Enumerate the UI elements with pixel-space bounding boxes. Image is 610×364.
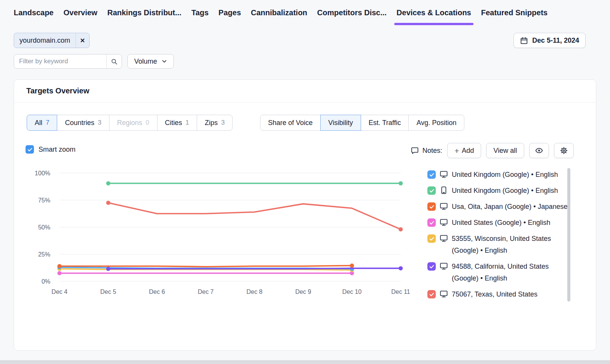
- scope-tab-countries-label: Countries: [65, 119, 94, 127]
- legend-checkbox-6[interactable]: [427, 290, 436, 298]
- scope-tab-regions-label: Regions: [117, 119, 142, 127]
- legend-item-3[interactable]: United States (Google) • English: [427, 217, 569, 229]
- legend-label-5: 94588, California, United States (Google…: [452, 261, 569, 284]
- visibility-chart: 0%25%50%75%100%Dec 4Dec 5Dec 6Dec 7Dec 8…: [22, 166, 418, 299]
- tab-landscape[interactable]: Landscape: [14, 0, 53, 25]
- top-nav: LandscapeOverviewRankings Distribut...Ta…: [0, 0, 610, 25]
- visibility-toggle-button[interactable]: [529, 143, 549, 158]
- metric-tab-share-of-voice-label: Share of Voice: [268, 119, 313, 127]
- add-note-label: Add: [462, 147, 474, 155]
- legend-checkbox-0[interactable]: [427, 170, 436, 179]
- scope-tab-regions-count: 0: [146, 119, 149, 127]
- scope-tab-cities-count: 1: [186, 119, 189, 127]
- settings-button[interactable]: [554, 143, 574, 158]
- legend-item-6[interactable]: 75067, Texas, United States: [427, 289, 569, 300]
- view-all-notes-button[interactable]: View all: [486, 143, 524, 158]
- notes-label-group: Notes:: [411, 146, 442, 155]
- tab-overview[interactable]: Overview: [63, 0, 97, 25]
- scope-tab-zips-count: 3: [221, 119, 225, 127]
- metric-tab-group: Share of VoiceVisibilityEst. TrafficAvg.…: [260, 115, 464, 131]
- metric-tab-visibility-label: Visibility: [328, 119, 353, 127]
- legend-item-4[interactable]: 53555, Wisconsin, United States (Google)…: [427, 233, 569, 257]
- view-all-label: View all: [493, 147, 517, 155]
- smart-zoom-checkbox[interactable]: [26, 145, 34, 154]
- metric-tab-avg-position[interactable]: Avg. Position: [408, 115, 464, 131]
- keyword-filter-input[interactable]: [14, 55, 106, 68]
- legend-checkbox-3[interactable]: [427, 218, 436, 227]
- scope-tab-zips-label: Zips: [205, 119, 218, 127]
- legend-checkbox-1[interactable]: [427, 186, 436, 195]
- legend-label-0: United Kingdom (Google) • English: [452, 169, 558, 181]
- legend-checkbox-5[interactable]: [427, 262, 436, 271]
- svg-text:Dec 10: Dec 10: [342, 289, 362, 295]
- svg-text:75%: 75%: [38, 197, 50, 204]
- desktop-icon: [440, 218, 448, 228]
- scope-tab-regions: Regions0: [109, 115, 157, 131]
- svg-text:Dec 5: Dec 5: [100, 289, 116, 295]
- tab-featured-snippets[interactable]: Featured Snippets: [481, 0, 547, 25]
- desktop-icon: [440, 262, 448, 272]
- search-button[interactable]: [106, 55, 122, 68]
- legend-label-3: United States (Google) • English: [452, 217, 550, 229]
- svg-text:Dec 7: Dec 7: [198, 289, 214, 295]
- domain-chip[interactable]: yourdomain.com ✕: [14, 33, 90, 48]
- svg-text:25%: 25%: [38, 251, 50, 258]
- svg-text:0%: 0%: [42, 278, 50, 285]
- legend-scrollbar[interactable]: [567, 168, 570, 301]
- metric-tab-est-traffic[interactable]: Est. Traffic: [361, 115, 409, 131]
- calendar-icon: [520, 37, 528, 45]
- desktop-icon: [440, 234, 448, 244]
- svg-text:Dec 6: Dec 6: [149, 289, 165, 295]
- legend-item-0[interactable]: United Kingdom (Google) • English: [427, 169, 569, 181]
- tab-rankings-distribut[interactable]: Rankings Distribut...: [107, 0, 181, 25]
- page-title: Targets Overview: [26, 87, 89, 95]
- svg-text:Dec 8: Dec 8: [247, 289, 263, 295]
- legend-label-2: Usa, Oita, Japan (Google) • Japanese: [452, 201, 567, 213]
- scope-tab-cities[interactable]: Cities1: [157, 115, 197, 131]
- card-header: Targets Overview: [14, 80, 596, 103]
- legend-item-2[interactable]: Usa, Oita, Japan (Google) • Japanese: [427, 201, 569, 213]
- legend-item-5[interactable]: 94588, California, United States (Google…: [427, 261, 569, 284]
- scope-tab-all-label: All: [35, 119, 42, 127]
- desktop-icon: [440, 170, 448, 180]
- metric-tab-est-traffic-label: Est. Traffic: [369, 119, 401, 127]
- tab-cannibalization[interactable]: Cannibalization: [251, 0, 307, 25]
- svg-text:100%: 100%: [35, 170, 50, 176]
- desktop-icon: [440, 202, 448, 212]
- scope-tab-zips[interactable]: Zips3: [197, 115, 233, 131]
- scope-tab-all-count: 7: [46, 119, 49, 127]
- chevron-down-icon: [162, 59, 167, 64]
- smart-zoom-control: Smart zoom: [26, 145, 75, 154]
- volume-dropdown[interactable]: Volume: [127, 54, 174, 69]
- scope-tab-countries[interactable]: Countries3: [57, 115, 109, 131]
- tab-pages[interactable]: Pages: [218, 0, 241, 25]
- volume-dropdown-label: Volume: [134, 58, 157, 66]
- metric-tab-avg-position-label: Avg. Position: [416, 119, 456, 127]
- metric-tab-share-of-voice[interactable]: Share of Voice: [260, 115, 321, 131]
- legend-checkbox-2[interactable]: [427, 202, 436, 211]
- add-note-button[interactable]: + Add: [447, 143, 481, 158]
- date-range-button[interactable]: Dec 5-11, 2024: [514, 33, 586, 48]
- legend-list: United Kingdom (Google) • EnglishUnited …: [427, 169, 569, 343]
- tab-tags[interactable]: Tags: [191, 0, 209, 25]
- legend-checkbox-4[interactable]: [427, 234, 436, 243]
- notes-icon: [411, 146, 419, 155]
- date-range-label: Dec 5-11, 2024: [532, 37, 579, 45]
- legend-item-1[interactable]: United Kingdom (Google) • English: [427, 185, 569, 197]
- smart-zoom-label: Smart zoom: [39, 146, 75, 154]
- remove-domain-button[interactable]: ✕: [75, 33, 89, 48]
- keyword-filter: [14, 54, 122, 69]
- page-bottom-edge: [0, 360, 610, 364]
- tab-competitors-disc[interactable]: Competitors Disc...: [317, 0, 387, 25]
- gear-icon: [560, 146, 568, 155]
- tab-devices-locations[interactable]: Devices & Locations: [396, 0, 471, 25]
- search-icon: [111, 58, 118, 65]
- notes-label: Notes:: [422, 147, 442, 155]
- legend-label-4: 53555, Wisconsin, United States (Google)…: [452, 233, 569, 257]
- notes-toolbar: Notes: + Add View all: [411, 143, 574, 158]
- svg-text:Dec 9: Dec 9: [295, 289, 311, 295]
- scope-tab-all[interactable]: All7: [27, 115, 57, 131]
- metric-tab-visibility[interactable]: Visibility: [320, 115, 361, 131]
- desktop-icon: [440, 290, 448, 300]
- targets-overview-card: Targets Overview All7Countries3Regions0C…: [14, 79, 596, 351]
